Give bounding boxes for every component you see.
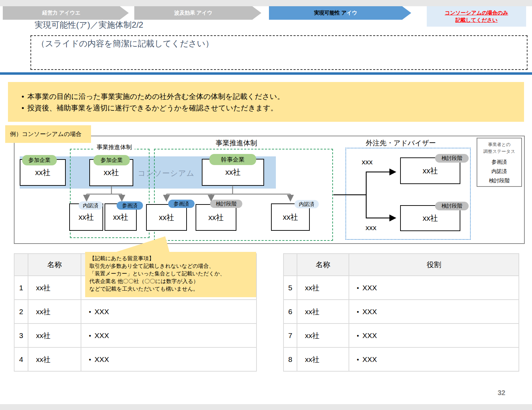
row-no: 5 [283, 276, 297, 300]
role-pill-participant-b: 参加企業 [93, 155, 130, 165]
row-name: xx社 [297, 347, 349, 371]
row-name: xx社 [28, 324, 81, 347]
row-role: •XXX [349, 276, 519, 300]
table-row: 2 xx社 •XXX [14, 300, 256, 324]
group-left-label: 事業推進体制 [94, 143, 135, 151]
tab-feasibility[interactable]: 実現可能性 アイウ [269, 6, 411, 20]
row-name: xx社 [297, 324, 349, 347]
row-role-text: XXX [94, 331, 109, 339]
company-box-j-label: xx社 [423, 213, 438, 224]
right-table: 名称 役割 5 xx社 •XXX 6 xx社 •XXX 7 xx社 •XXX 8… [283, 253, 519, 372]
table-row: 4 xx社 •XXX [14, 347, 256, 371]
right-header-name: 名称 [297, 254, 349, 276]
row-no: 6 [283, 300, 297, 324]
company-box-e-label: xx社 [113, 212, 128, 222]
status-legend: 事業者との 調整ステータス 参画済 内諾済 検討段階 [477, 138, 522, 187]
outsourcing-note-top: xxx [362, 158, 373, 166]
status-pill-joined-e: 参画済 [117, 201, 143, 210]
bullet-glyph: • [353, 309, 362, 316]
table-row: 8 xx社 •XXX [283, 347, 519, 371]
company-box-d-label: xx社 [79, 212, 94, 222]
row-role-text: XXX [362, 308, 377, 316]
summary-placeholder-box[interactable]: （スライドの内容を簡潔に記載してください） [30, 35, 528, 70]
legend-pill-joined: 参画済 [483, 158, 516, 166]
row-no: 8 [283, 347, 297, 371]
corner-note-line1: コンソーシアムの場合のみ [445, 9, 508, 16]
bullet-glyph: • [18, 102, 27, 114]
bullet-glyph: • [85, 309, 94, 316]
bullet-glyph: • [85, 356, 94, 364]
legend-title: 事業者との 調整ステータス [477, 141, 521, 155]
right-header-no [283, 254, 297, 276]
note-line-4: 代表企業名 他〇〇社（〇〇には数字が入る） [89, 277, 252, 285]
outsourcing-note-bottom: xxx [366, 224, 377, 232]
tab-management[interactable]: 経営力 アイウエ [3, 6, 129, 20]
summary-placeholder-text: （スライドの内容を簡潔に記載してください） [37, 39, 214, 48]
role-pill-lead-c: 幹事企業 [209, 154, 256, 165]
page-title: 実現可能性(ア)／実施体制2/2 [35, 19, 143, 30]
row-role-text: XXX [362, 284, 377, 292]
status-pill-joined-f: 参画済 [168, 200, 195, 208]
row-role: •XXX [349, 324, 519, 347]
tab-management-label: 経営力 アイウエ [42, 10, 81, 16]
legend-title-line2: 調整ステータス [477, 148, 521, 155]
company-box-h-label: xx社 [283, 212, 298, 222]
status-pill-informal-d: 内諾済 [79, 201, 103, 210]
tab-feasibility-label-part1: 実現可能性 ア [314, 10, 347, 16]
status-pill-informal-h: 内諾済 [295, 200, 319, 208]
page-number: 32 [481, 389, 505, 397]
row-name: xx社 [297, 300, 349, 324]
row-name: xx社 [28, 300, 81, 324]
row-role: •XXX [81, 324, 256, 347]
top-strip [0, 0, 532, 6]
right-table-header-row: 名称 役割 [283, 254, 519, 276]
title-divider [0, 72, 532, 75]
company-box-i-label: xx社 [423, 166, 438, 176]
bullet-glyph: • [85, 332, 94, 340]
group-outsourcing-label: 外注先・アドバイザー [363, 138, 439, 148]
instruction-banner: • 本事業の目的に沿った事業実施のための社外含む全体の体制を記載ください。 • … [8, 82, 524, 122]
row-role: •XXX [349, 347, 519, 371]
row-role-text: XXX [362, 331, 377, 339]
footer-bar [0, 404, 532, 410]
right-header-role: 役割 [349, 254, 519, 276]
note-callout: 【記載にあたる留意事項】 取引先が多数あり全て記載しきれないなどの場合、 「装置… [85, 252, 256, 297]
table-row: 7 xx社 •XXX [283, 324, 519, 347]
row-role: •XXX [81, 347, 256, 371]
row-no: 1 [14, 276, 28, 300]
bullet-glyph: • [353, 332, 362, 340]
row-no: 3 [14, 324, 28, 347]
company-box-f: xx社 [146, 204, 187, 231]
corner-note: コンソーシアムの場合のみ 記載してください [427, 6, 526, 27]
note-line-5: などで記載を工夫いただいても構いません。 [89, 285, 252, 293]
row-role: •XXX [349, 300, 519, 324]
legend-pill-considering: 検討段階 [483, 177, 516, 184]
table-row: 6 xx社 •XXX [283, 300, 519, 324]
row-name: xx社 [297, 276, 349, 300]
status-pill-considering-g: 検討段階 [210, 200, 242, 208]
row-name: xx社 [28, 347, 81, 371]
tab-feasibility-label-part2: イウ [346, 10, 357, 16]
left-header-name: 名称 [28, 254, 81, 276]
company-box-a-label: xx社 [35, 167, 51, 178]
row-no: 7 [283, 324, 297, 347]
legend-title-line1: 事業者との [477, 141, 521, 148]
company-box-g: xx社 [196, 204, 236, 231]
note-line-3: 「装置メーカー」といった集合として記載いただくか、 [89, 270, 252, 277]
bullet-glyph: • [353, 356, 362, 364]
left-header-no [14, 254, 28, 276]
note-line-2: 取引先が多数あり全て記載しきれないなどの場合、 [89, 262, 252, 270]
row-role-text: XXX [362, 355, 377, 363]
company-box-c-label: xx社 [225, 167, 241, 177]
corner-note-line2: 記載してください [455, 17, 497, 24]
company-box-b-label: xx社 [104, 167, 119, 178]
note-line-1: 【記載にあたる留意事項】 [89, 255, 252, 262]
table-row: 5 xx社 •XXX [283, 276, 519, 300]
legend-pill-informal: 内諾済 [483, 167, 516, 175]
bullet-glyph: • [353, 285, 362, 292]
instruction-line: • 本事業の目的に沿った事業実施のための社外含む全体の体制を記載ください。 [18, 91, 524, 102]
tab-ripple-effect[interactable]: 波及効果 アイウ [134, 6, 261, 20]
row-no: 4 [14, 347, 28, 371]
table-row: 3 xx社 •XXX [14, 324, 256, 347]
example-label: 例）コンソーシアムの場合 [5, 125, 91, 143]
